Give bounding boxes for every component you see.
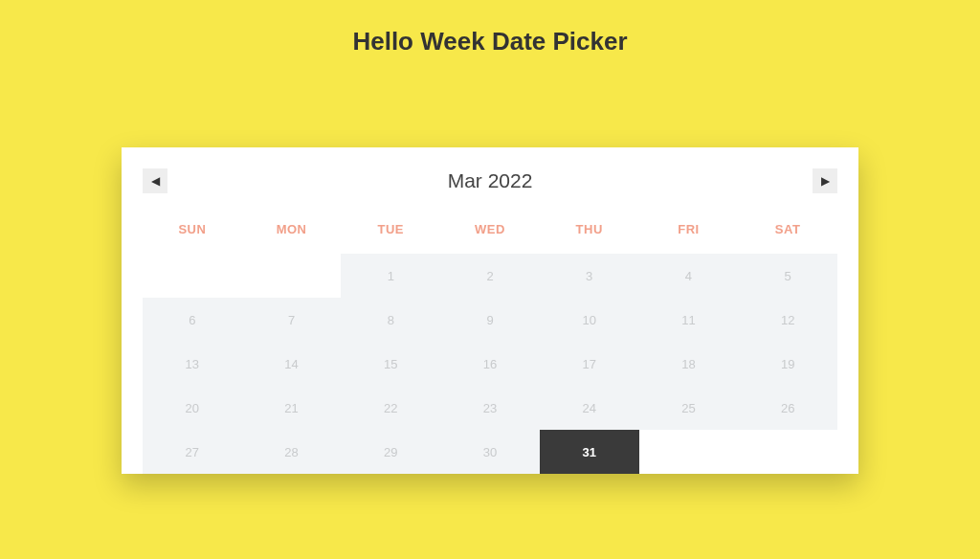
weekday-row: SUNMONTUEWEDTHUFRISAT bbox=[143, 222, 837, 236]
day-cell[interactable]: 15 bbox=[341, 342, 440, 386]
day-cell[interactable]: 7 bbox=[242, 298, 342, 342]
day-cell[interactable]: 30 bbox=[440, 430, 540, 474]
day-cell[interactable]: 23 bbox=[440, 386, 540, 430]
weekday-label: WED bbox=[440, 222, 540, 236]
weekday-label: SUN bbox=[143, 222, 242, 236]
day-cell[interactable]: 20 bbox=[143, 386, 242, 430]
day-empty bbox=[143, 254, 242, 298]
day-cell[interactable]: 24 bbox=[540, 386, 639, 430]
day-cell[interactable]: 18 bbox=[639, 342, 739, 386]
next-month-button[interactable]: ▶ bbox=[813, 168, 837, 193]
weekday-label: FRI bbox=[639, 222, 739, 236]
calendar: ◀ Mar 2022 ▶ SUNMONTUEWEDTHUFRISAT 12345… bbox=[122, 147, 858, 474]
day-cell[interactable]: 9 bbox=[440, 298, 540, 342]
day-cell[interactable]: 6 bbox=[143, 298, 242, 342]
day-cell[interactable]: 16 bbox=[440, 342, 540, 386]
page-title: Hello Week Date Picker bbox=[0, 0, 980, 56]
day-cell[interactable]: 14 bbox=[242, 342, 342, 386]
day-cell[interactable]: 12 bbox=[738, 298, 837, 342]
day-cell[interactable]: 25 bbox=[639, 386, 739, 430]
day-empty bbox=[242, 254, 342, 298]
day-cell[interactable]: 17 bbox=[540, 342, 639, 386]
weekday-label: SAT bbox=[738, 222, 837, 236]
calendar-header: ◀ Mar 2022 ▶ bbox=[143, 168, 837, 193]
day-cell[interactable]: 1 bbox=[341, 254, 440, 298]
weekday-label: THU bbox=[540, 222, 639, 236]
weekday-label: TUE bbox=[341, 222, 440, 236]
month-label: Mar 2022 bbox=[448, 169, 533, 192]
day-cell[interactable]: 28 bbox=[242, 430, 342, 474]
weekday-label: MON bbox=[242, 222, 342, 236]
days-grid: 1234567891011121314151617181920212223242… bbox=[143, 254, 837, 474]
day-cell[interactable]: 29 bbox=[341, 430, 440, 474]
day-cell[interactable]: 13 bbox=[143, 342, 242, 386]
day-empty bbox=[738, 430, 837, 474]
day-cell[interactable]: 26 bbox=[738, 386, 837, 430]
day-cell[interactable]: 21 bbox=[242, 386, 342, 430]
day-cell[interactable]: 11 bbox=[639, 298, 739, 342]
day-cell[interactable]: 10 bbox=[540, 298, 639, 342]
day-cell[interactable]: 19 bbox=[738, 342, 837, 386]
day-cell[interactable]: 22 bbox=[341, 386, 440, 430]
day-cell[interactable]: 31 bbox=[540, 430, 639, 474]
day-empty bbox=[639, 430, 739, 474]
prev-month-button[interactable]: ◀ bbox=[143, 168, 167, 193]
day-cell[interactable]: 3 bbox=[540, 254, 639, 298]
day-cell[interactable]: 4 bbox=[639, 254, 739, 298]
day-cell[interactable]: 8 bbox=[341, 298, 440, 342]
day-cell[interactable]: 2 bbox=[440, 254, 540, 298]
chevron-right-icon: ▶ bbox=[821, 174, 830, 188]
day-cell[interactable]: 5 bbox=[738, 254, 837, 298]
chevron-left-icon: ◀ bbox=[151, 174, 160, 188]
day-cell[interactable]: 27 bbox=[143, 430, 242, 474]
